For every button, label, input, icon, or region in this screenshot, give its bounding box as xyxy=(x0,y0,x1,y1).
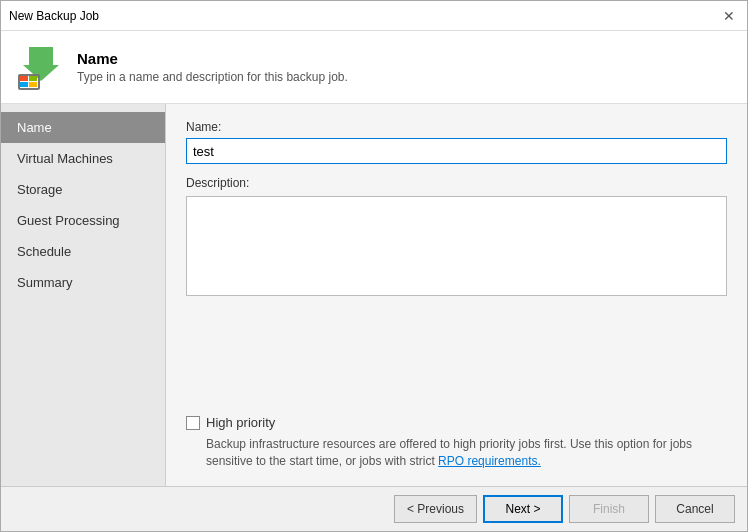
sidebar: Name Virtual Machines Storage Guest Proc… xyxy=(1,104,166,486)
finish-button[interactable]: Finish xyxy=(569,495,649,523)
header-section: Name Type in a name and description for … xyxy=(1,31,747,104)
name-label: Name: xyxy=(186,120,727,134)
title-bar: New Backup Job ✕ xyxy=(1,1,747,31)
body: Name Virtual Machines Storage Guest Proc… xyxy=(1,104,747,486)
name-input[interactable] xyxy=(186,138,727,164)
sidebar-item-storage[interactable]: Storage xyxy=(1,174,165,205)
description-label: Description: xyxy=(186,176,727,190)
header-text: Name Type in a name and description for … xyxy=(77,50,348,84)
header-icon xyxy=(17,43,65,91)
sidebar-item-name[interactable]: Name xyxy=(1,112,165,143)
svg-rect-4 xyxy=(20,82,28,87)
priority-label: High priority xyxy=(206,415,275,430)
next-button[interactable]: Next > xyxy=(483,495,563,523)
name-field-group: Name: xyxy=(186,120,727,164)
svg-rect-5 xyxy=(29,82,37,87)
dialog-title: New Backup Job xyxy=(9,9,99,23)
sidebar-item-summary[interactable]: Summary xyxy=(1,267,165,298)
svg-rect-3 xyxy=(29,76,37,81)
description-input[interactable] xyxy=(186,196,727,296)
svg-rect-2 xyxy=(20,76,28,81)
sidebar-item-guest-processing[interactable]: Guest Processing xyxy=(1,205,165,236)
veeam-logo-icon xyxy=(17,43,65,91)
main-content: Name: Description: High priority Backup … xyxy=(166,104,747,486)
sidebar-item-schedule[interactable]: Schedule xyxy=(1,236,165,267)
header-subtitle: Type in a name and description for this … xyxy=(77,70,348,84)
description-field-group: Description: xyxy=(186,176,727,299)
cancel-button[interactable]: Cancel xyxy=(655,495,735,523)
close-button[interactable]: ✕ xyxy=(719,6,739,26)
header-title: Name xyxy=(77,50,348,67)
rpo-link[interactable]: RPO requirements. xyxy=(438,454,541,468)
dialog: New Backup Job ✕ Name Type in a name and… xyxy=(0,0,748,532)
priority-section: High priority Backup infrastructure reso… xyxy=(186,407,727,470)
high-priority-checkbox[interactable] xyxy=(186,416,200,430)
previous-button[interactable]: < Previous xyxy=(394,495,477,523)
footer: < Previous Next > Finish Cancel xyxy=(1,486,747,531)
sidebar-item-virtual-machines[interactable]: Virtual Machines xyxy=(1,143,165,174)
priority-row: High priority xyxy=(186,415,727,430)
priority-description: Backup infrastructure resources are offe… xyxy=(206,436,727,470)
